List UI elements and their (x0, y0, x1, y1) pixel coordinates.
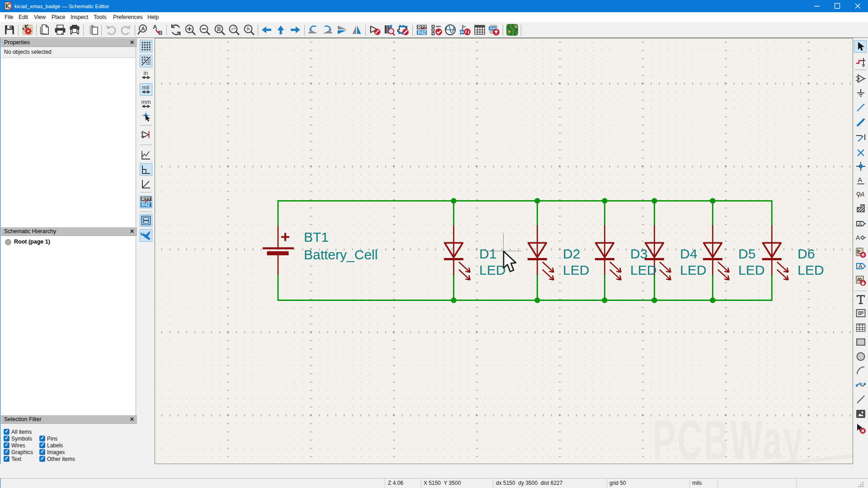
svg-text:D3: D3 (630, 246, 647, 261)
svg-text:LED: LED (563, 263, 589, 277)
svg-text:A: A (860, 191, 864, 198)
svg-text:LED: LED (630, 263, 656, 277)
svg-text:A: A (856, 234, 860, 241)
svg-text:mil: mil (142, 84, 149, 91)
svg-text:R42: R42 (142, 202, 150, 207)
svg-text:A: A (858, 221, 862, 227)
svg-text:PCBWay: PCBWay (653, 409, 804, 464)
svg-text:LED: LED (797, 263, 824, 277)
svg-text:BT1: BT1 (304, 230, 329, 244)
svg-text:R??: R?? (142, 197, 150, 202)
svg-text:LED: LED (479, 263, 505, 277)
svg-text:D2: D2 (563, 246, 580, 261)
svg-text:D5: D5 (738, 246, 755, 261)
svg-text:Battery_Cell: Battery_Cell (304, 247, 377, 262)
svg-text:A: A (858, 176, 862, 183)
svg-text:D6: D6 (797, 246, 815, 261)
svg-text:A: A (859, 263, 863, 270)
svg-text:R42: R42 (418, 30, 426, 35)
svg-text:A: A (153, 24, 157, 30)
svg-text:LED: LED (680, 263, 706, 277)
svg-text:D4: D4 (680, 246, 697, 261)
svg-text:D1: D1 (479, 246, 496, 261)
svg-text:in: in (144, 70, 148, 76)
svg-text:A: A (141, 26, 145, 32)
svg-text:mm: mm (142, 99, 151, 105)
svg-text:LED: LED (738, 263, 764, 277)
